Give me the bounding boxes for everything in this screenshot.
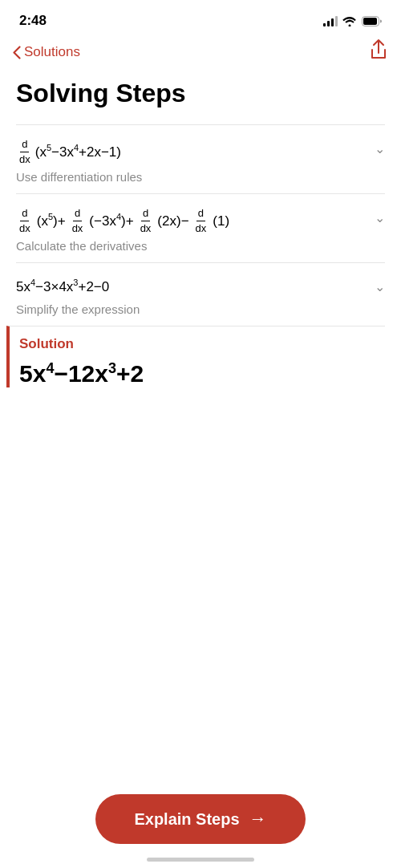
nav-bar: Solutions bbox=[0, 35, 401, 72]
step-2-chevron: ⌄ bbox=[375, 210, 385, 225]
step-1-formula: d dx (x5−3x4+2x−1) bbox=[16, 138, 368, 165]
step-3-header: 5x4−3×4x3+2−0 ⌄ bbox=[16, 276, 385, 297]
solution-formula: 5x4−12x3+2 bbox=[19, 360, 385, 387]
step-2[interactable]: d dx (x5)+ d dx (−3x4)+ d dx (2x)− bbox=[16, 193, 385, 262]
status-icons bbox=[323, 15, 382, 26]
step-2-header: d dx (x5)+ d dx (−3x4)+ d dx (2x)− bbox=[16, 207, 385, 234]
d-frac-x5: d dx bbox=[18, 207, 32, 234]
explain-steps-label: Explain Steps bbox=[134, 810, 239, 829]
step-3[interactable]: 5x4−3×4x3+2−0 ⌄ Simplify the expression bbox=[16, 262, 385, 325]
step-1-chevron: ⌄ bbox=[375, 141, 385, 156]
arrow-icon: → bbox=[249, 809, 267, 829]
d-frac-1: d dx bbox=[194, 207, 209, 234]
step-2-description: Calculate the derivatives bbox=[16, 239, 385, 253]
share-icon bbox=[369, 39, 388, 61]
explain-steps-button[interactable]: Explain Steps → bbox=[95, 794, 305, 844]
bottom-area: Explain Steps → bbox=[0, 794, 401, 844]
wifi-icon bbox=[342, 15, 357, 26]
solution-section: Solution 5x4−12x3+2 bbox=[6, 326, 385, 387]
derivative-frac-1: d dx bbox=[18, 138, 32, 165]
step-3-chevron: ⌄ bbox=[375, 279, 385, 294]
solution-label: Solution bbox=[19, 336, 385, 352]
status-bar: 2:48 bbox=[0, 0, 401, 35]
step-2-formula: d dx (x5)+ d dx (−3x4)+ d dx (2x)− bbox=[16, 207, 368, 234]
d-frac-3x4: d dx bbox=[71, 207, 85, 234]
page-title: Solving Steps bbox=[16, 79, 385, 108]
step-3-description: Simplify the expression bbox=[16, 302, 385, 316]
svg-rect-1 bbox=[363, 18, 377, 25]
step-1-description: Use differentiation rules bbox=[16, 170, 385, 184]
status-time: 2:48 bbox=[19, 13, 47, 29]
step-3-formula: 5x4−3×4x3+2−0 bbox=[16, 276, 368, 297]
signal-icon bbox=[323, 15, 338, 26]
back-label: Solutions bbox=[24, 44, 80, 60]
d-frac-2x: d dx bbox=[139, 207, 153, 234]
chevron-left-icon bbox=[13, 46, 21, 59]
step-1[interactable]: d dx (x5−3x4+2x−1) ⌄ Use differentiation… bbox=[16, 124, 385, 193]
battery-icon bbox=[362, 16, 382, 26]
share-button[interactable] bbox=[369, 39, 388, 66]
step-1-header: d dx (x5−3x4+2x−1) ⌄ bbox=[16, 138, 385, 165]
home-indicator bbox=[147, 858, 254, 862]
main-content: Solving Steps d dx (x5−3x4+2x−1) ⌄ Use d… bbox=[0, 72, 401, 387]
back-button[interactable]: Solutions bbox=[13, 44, 80, 60]
